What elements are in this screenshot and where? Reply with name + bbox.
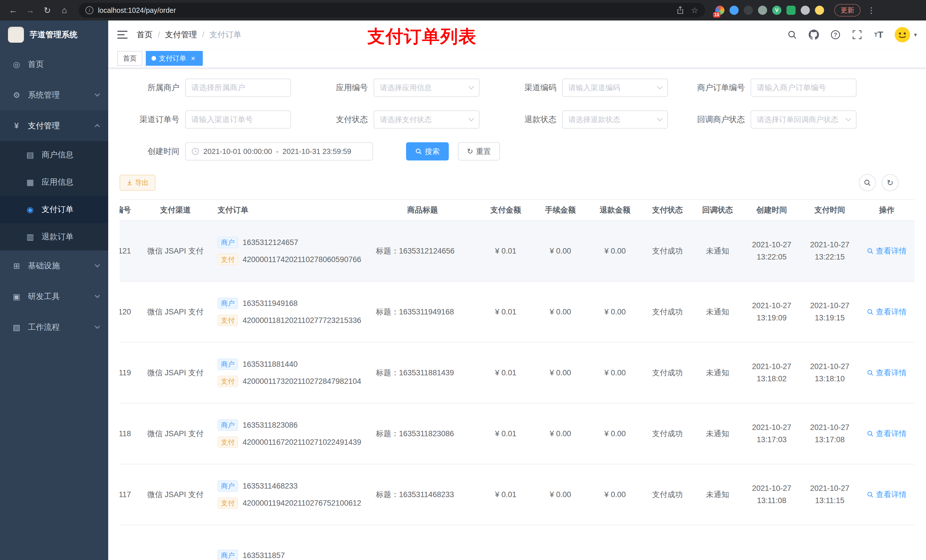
merchant-filter-input[interactable] (185, 78, 291, 97)
gear-icon: ⚙ (11, 91, 22, 100)
search-button[interactable]: 搜索 (406, 142, 449, 160)
cell-pay-time: 2021-10-2713:18:10 (801, 342, 859, 403)
logo-avatar (8, 27, 24, 43)
cell-fee: ¥ 0.00 (533, 403, 588, 464)
notify-status-filter-label: 回调商户状态 (685, 114, 745, 125)
table-row: 商户1635311857 (120, 525, 915, 560)
dark-globe-extension-icon[interactable] (744, 6, 753, 15)
chevron-down-icon (95, 92, 100, 97)
sidebar-item-workflow[interactable]: ▧ 工作流程 (0, 312, 108, 343)
cell-create-time: 2021-10-2713:18:02 (743, 342, 801, 403)
cell-refund: ¥ 0.00 (588, 220, 642, 281)
font-size-icon[interactable]: TT (873, 29, 884, 41)
sidebar-item-home[interactable]: ◎ 首页 (0, 49, 108, 80)
chevron-up-icon (95, 124, 100, 130)
notify-status-select[interactable]: 请选择订单回调商户状态 (750, 110, 856, 128)
cell-status: 支付成功 (642, 403, 693, 464)
browser-back-icon[interactable]: ← (7, 5, 20, 15)
view-detail-link[interactable]: 查看详情 (867, 489, 906, 500)
tab-close-icon[interactable]: × (189, 54, 197, 63)
tab-home[interactable]: 首页 (117, 51, 142, 66)
channel-code-select[interactable]: 请输入渠道编码 (562, 78, 668, 97)
sidebar-item-merchant-info[interactable]: ▤ 商户信息 (0, 141, 108, 169)
pin-extension-icon[interactable] (801, 6, 810, 15)
cell-pay-time: 2021-10-2713:17:08 (801, 403, 859, 464)
chevron-down-icon (846, 116, 851, 121)
site-info-icon[interactable]: i (85, 6, 94, 14)
sidebar-logo[interactable]: 芋道管理系统 (0, 21, 108, 49)
browser-reload-icon[interactable]: ↻ (41, 5, 53, 15)
water-drop-extension-icon[interactable] (729, 6, 738, 15)
sidebar: 芋道管理系统 ◎ 首页 ⚙ 系统管理 ¥ 支付管理 ▤ 商户信息 (0, 21, 108, 560)
vue-devtools-extension-icon[interactable]: V (772, 6, 781, 15)
clock-icon (191, 147, 199, 155)
fullscreen-icon[interactable] (851, 29, 863, 41)
search-icon[interactable] (787, 29, 798, 41)
reset-button[interactable]: ↻ 重置 (458, 142, 500, 160)
card-icon: ▤ (25, 150, 35, 160)
browser-menu-icon[interactable]: ⋮ (867, 6, 875, 15)
breadcrumb-section[interactable]: 支付管理 (165, 29, 197, 40)
export-button[interactable]: 导出 (120, 175, 156, 191)
create-time-range-input[interactable]: 2021-10-01 00:00:00 - 2021-10-31 23:59:5… (185, 142, 373, 160)
cell-id: 119 (120, 342, 138, 403)
smiley-extension-icon[interactable] (815, 6, 824, 15)
browser-forward-icon[interactable]: → (24, 5, 36, 15)
app-title: 芋道管理系统 (30, 29, 77, 40)
help-icon[interactable]: ? (830, 29, 841, 41)
channel-order-no-input[interactable] (185, 110, 291, 128)
breadcrumb: 首页 / 支付管理 / 支付订单 (137, 29, 242, 40)
green-chat-extension-icon[interactable] (787, 6, 796, 15)
cell-id: 120 (120, 281, 138, 342)
col-header-pay-order: 支付订单 (213, 199, 367, 220)
user-menu[interactable]: ▾ (895, 27, 917, 42)
sidebar-item-pay[interactable]: ¥ 支付管理 (0, 110, 108, 141)
cell-pay-order: 商户1635311857 (213, 525, 367, 560)
share-icon[interactable] (676, 6, 684, 15)
cell-refund: ¥ 0.00 (588, 403, 642, 464)
col-header-channel: 支付渠道 (138, 199, 213, 220)
pay-status-filter-label: 支付状态 (308, 114, 368, 125)
col-header-amount: 支付金额 (478, 199, 533, 220)
hide-search-button[interactable] (859, 174, 876, 191)
briefcase-icon: ▧ (11, 323, 22, 332)
bookmark-star-icon[interactable]: ☆ (691, 6, 698, 15)
tab-pay-order[interactable]: 支付订单 × (146, 51, 203, 66)
view-detail-link[interactable]: 查看详情 (867, 368, 906, 378)
app-no-select[interactable]: 请选择应用信息 (374, 78, 480, 97)
document-icon: ▥ (25, 232, 35, 242)
sidebar-item-system[interactable]: ⚙ 系统管理 (0, 80, 108, 110)
cell-pay-order: 商户1635312124657 支付4200001174202110278060… (213, 220, 367, 281)
cell-title: 标题：1635311468233 (367, 464, 478, 525)
breadcrumb-home[interactable]: 首页 (137, 29, 153, 40)
cell-pay-time: 2021-10-2713:11:15 (801, 464, 859, 525)
pay-status-select[interactable]: 请选择支付状态 (374, 110, 480, 128)
address-bar[interactable]: i localhost:1024/pay/order ☆ (79, 3, 705, 18)
chevron-down-icon (95, 293, 100, 299)
cell-notify: 未通知 (693, 220, 743, 281)
refresh-table-button[interactable]: ↻ (882, 174, 899, 191)
sidebar-item-devtools[interactable]: ▣ 研发工具 (0, 281, 108, 312)
colorwheel-extension-icon[interactable]: 10 (715, 6, 725, 15)
view-detail-link[interactable]: 查看详情 (867, 246, 906, 256)
merchant-order-no-input[interactable] (750, 78, 856, 97)
breadcrumb-separator: / (158, 30, 160, 39)
cell-channel (138, 525, 213, 560)
cell-notify: 未通知 (693, 464, 743, 525)
search-icon (867, 308, 874, 315)
sidebar-item-refund-order[interactable]: ▥ 退款订单 (0, 223, 108, 251)
browser-home-icon[interactable]: ⌂ (58, 5, 71, 15)
view-detail-link[interactable]: 查看详情 (867, 429, 906, 439)
sidebar-item-app-info[interactable]: ▦ 应用信息 (0, 169, 108, 196)
gray-dot-extension-icon[interactable] (758, 6, 767, 15)
sidebar-item-label: 应用信息 (42, 177, 99, 187)
sidebar-collapse-icon[interactable] (117, 31, 127, 39)
cell-actions: 查看详情 (859, 281, 915, 342)
sidebar-item-infra[interactable]: ⊞ 基础设施 (0, 251, 108, 281)
sidebar-item-pay-order[interactable]: ◉ 支付订单 (0, 196, 108, 223)
github-icon[interactable] (808, 29, 820, 41)
view-detail-link[interactable]: 查看详情 (867, 307, 906, 317)
cell-channel: 微信 JSAPI 支付 (138, 403, 213, 464)
refund-status-select[interactable]: 请选择退款状态 (562, 110, 668, 128)
browser-update-button[interactable]: 更新 (834, 4, 861, 17)
